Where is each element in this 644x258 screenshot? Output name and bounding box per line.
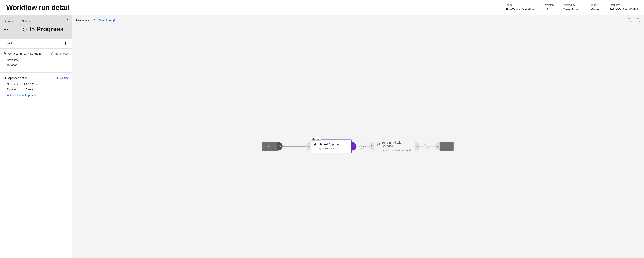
- collapse-sidebar-button[interactable]: [66, 17, 70, 21]
- approval-in-port[interactable]: [306, 142, 311, 150]
- chevron-right-icon: [416, 145, 419, 148]
- task-name-text: Send Email with Sendgrid: [8, 52, 42, 55]
- meta-version-label: Version: [545, 4, 554, 6]
- meta-trigger-label: Trigger: [591, 4, 600, 6]
- chevron-left-icon: [66, 17, 70, 21]
- edit-workflow-link[interactable]: Edit Workflow: [94, 19, 116, 22]
- task-start-label: Start time: [7, 83, 20, 86]
- email-in-port[interactable]: [369, 142, 374, 150]
- meta-initiated-label: Initiated by: [563, 4, 581, 6]
- half-circle-icon: [3, 76, 6, 80]
- meta-version-value: 12: [545, 8, 554, 11]
- workflow-canvas[interactable]: Start System Manual Approval: [72, 25, 644, 258]
- edit-icon: [113, 19, 116, 22]
- arrow-right-icon: [362, 145, 364, 148]
- email-node-title: Send Email with Sendgrid: [377, 141, 412, 148]
- page-title: Workflow run detail: [6, 4, 498, 12]
- approval-out-port[interactable]: [352, 142, 356, 150]
- canvas-toolbar: Read-only Edit Workflow: [72, 15, 644, 25]
- half-circle-icon: [56, 76, 58, 80]
- approval-node-title: Manual Approval: [314, 142, 348, 146]
- canvas-area: Read-only Edit Workflow: [72, 15, 644, 258]
- arrow-right-icon: [425, 145, 428, 148]
- task-duration-value: ---: [24, 64, 27, 66]
- start-out-port[interactable]: [278, 142, 282, 150]
- meta-version: Version 12: [545, 4, 554, 11]
- meta-start-time-label: Start time: [610, 4, 638, 6]
- email-node-subtitle: Send Email with Sendgrid: [382, 149, 412, 152]
- task-name-text: Approve action: [8, 76, 28, 80]
- task-head: Send Email with Sendgrid Not Started: [0, 49, 72, 58]
- task-status-text: Waiting: [60, 76, 69, 80]
- send-email-node[interactable]: Send Email with Sendgrid Send Email with…: [374, 138, 415, 154]
- task-body: Start time 04:03:41 PM Duration 25 secs …: [0, 82, 72, 100]
- task-body: Start time --- Duration ---: [0, 58, 72, 72]
- edge-junction[interactable]: [424, 144, 429, 149]
- task-action-link[interactable]: Action Manual Approval: [7, 94, 69, 97]
- edit-icon: [314, 142, 317, 146]
- chat-icon: [377, 142, 380, 146]
- edge-junction[interactable]: [360, 144, 366, 149]
- meta-team-value: Flow Testing Workflows: [506, 8, 536, 11]
- task-head: Approve action Waiting: [0, 73, 72, 82]
- edge: [356, 146, 360, 146]
- email-out-port[interactable]: [415, 142, 420, 150]
- timer-icon: [50, 52, 54, 55]
- summary-duration-value: --: [4, 26, 14, 33]
- summary-status-text: In Progress: [30, 26, 64, 33]
- summary-duration: Duration --: [4, 20, 14, 33]
- task-duration-label: Duration: [7, 88, 20, 91]
- task-status: Not Started: [50, 52, 69, 55]
- header: Workflow run detail Team Flow Testing Wo…: [0, 0, 644, 15]
- summary-status-value: In Progress: [22, 26, 64, 33]
- meta-start-time-value: 2021-05-18 04:03 PM: [610, 8, 638, 11]
- summary-status: Status In Progress: [22, 20, 64, 33]
- edge: [282, 146, 306, 146]
- edge: [429, 146, 435, 146]
- meta-trigger-value: Manual: [591, 8, 600, 11]
- edge: [420, 146, 424, 146]
- end-in-port[interactable]: [435, 142, 440, 150]
- end-node-label: End: [444, 144, 449, 148]
- system-tag: System: [311, 137, 322, 140]
- task-duration-label: Duration: [7, 64, 20, 66]
- start-node-label: Start: [267, 144, 273, 148]
- task-status: Waiting: [56, 76, 69, 80]
- task-name: Send Email with Sendgrid: [3, 52, 42, 55]
- end-node[interactable]: End: [440, 142, 454, 150]
- main: Duration -- Status In Progress: [0, 15, 644, 258]
- meta-team-label: Team: [506, 4, 536, 6]
- edit-workflow-text: Edit Workflow: [94, 19, 111, 22]
- start-node[interactable]: Start: [262, 142, 278, 150]
- task-status-text: Not Started: [55, 52, 69, 55]
- sort-arrows-icon: [64, 42, 68, 45]
- manual-approval-node[interactable]: System Manual Approval Approve action: [311, 139, 352, 153]
- zoom-in-icon: [636, 18, 640, 22]
- edge: [366, 146, 369, 146]
- zoom-out-button[interactable]: [627, 18, 632, 22]
- summary-status-label: Status: [22, 20, 64, 23]
- chevron-right-icon: [307, 145, 310, 148]
- task-item-approve-action[interactable]: Approve action Waiting Start time 04:03:…: [0, 72, 72, 101]
- task-duration-value: 25 secs: [24, 88, 34, 91]
- task-start-value: ---: [24, 58, 27, 62]
- task-start-value: 04:03:41 PM: [24, 83, 40, 86]
- meta-initiated-value: Costel Moraru: [563, 8, 581, 11]
- zoom-out-icon: [627, 18, 632, 22]
- task-item-send-email[interactable]: Send Email with Sendgrid Not Started Sta…: [0, 49, 72, 72]
- zoom-in-button[interactable]: [636, 18, 640, 22]
- email-node-title-text: Send Email with Sendgrid: [381, 141, 412, 148]
- workflow-flow: Start System Manual Approval: [262, 138, 454, 154]
- approval-node-subtitle: Approve action: [318, 147, 348, 150]
- chevron-right-icon: [278, 145, 281, 148]
- chevron-right-icon: [370, 145, 373, 148]
- meta-group: Team Flow Testing Workflows Version 12 I…: [506, 4, 638, 11]
- chevron-right-icon: [352, 145, 355, 148]
- timer-icon: [3, 52, 6, 55]
- sidebar: Duration -- Status In Progress: [0, 15, 72, 258]
- readonly-label: Read-only: [76, 19, 89, 22]
- task-start-label: Start time: [7, 58, 20, 62]
- meta-trigger: Trigger Manual: [591, 4, 600, 11]
- approval-node-title-text: Manual Approval: [318, 142, 340, 146]
- sort-button[interactable]: [64, 42, 68, 45]
